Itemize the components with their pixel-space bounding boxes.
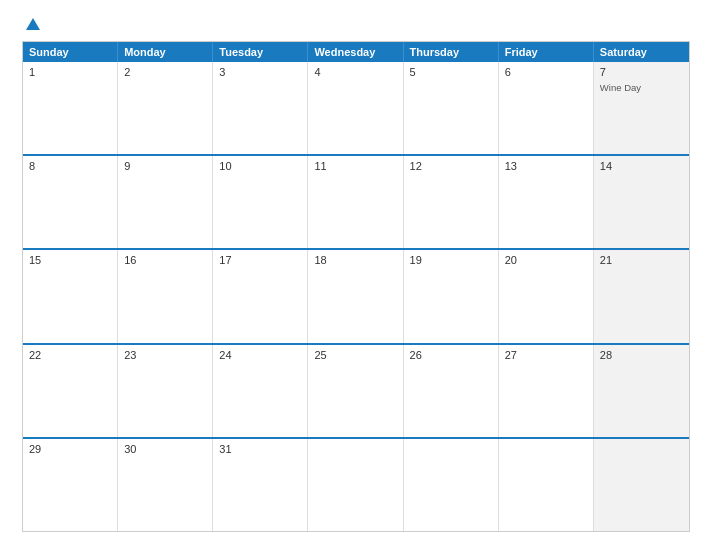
- day-number: 20: [505, 254, 587, 266]
- day-number: 2: [124, 66, 206, 78]
- day-number: 19: [410, 254, 492, 266]
- calendar-cell: [308, 439, 403, 531]
- day-number: 21: [600, 254, 683, 266]
- calendar-week-4: 22232425262728: [23, 345, 689, 439]
- day-number: 25: [314, 349, 396, 361]
- day-number: 4: [314, 66, 396, 78]
- day-number: 12: [410, 160, 492, 172]
- day-number: 17: [219, 254, 301, 266]
- logo: [22, 18, 40, 31]
- day-number: 18: [314, 254, 396, 266]
- day-number: 14: [600, 160, 683, 172]
- calendar-cell: [499, 439, 594, 531]
- header-day-tuesday: Tuesday: [213, 42, 308, 62]
- header-day-thursday: Thursday: [404, 42, 499, 62]
- calendar-cell: 3: [213, 62, 308, 154]
- header-day-friday: Friday: [499, 42, 594, 62]
- calendar-cell: 17: [213, 250, 308, 342]
- calendar-cell: 28: [594, 345, 689, 437]
- calendar-cell: [594, 439, 689, 531]
- calendar-week-3: 15161718192021: [23, 250, 689, 344]
- calendar-cell: 8: [23, 156, 118, 248]
- calendar-cell: 6: [499, 62, 594, 154]
- day-number: 28: [600, 349, 683, 361]
- calendar-cell: 19: [404, 250, 499, 342]
- calendar-cell: 9: [118, 156, 213, 248]
- calendar-header: SundayMondayTuesdayWednesdayThursdayFrid…: [23, 42, 689, 62]
- calendar-cell: 16: [118, 250, 213, 342]
- header-day-monday: Monday: [118, 42, 213, 62]
- day-number: 7: [600, 66, 683, 78]
- day-number: 6: [505, 66, 587, 78]
- calendar-cell: [404, 439, 499, 531]
- calendar-cell: 13: [499, 156, 594, 248]
- calendar-page: SundayMondayTuesdayWednesdayThursdayFrid…: [0, 0, 712, 550]
- calendar-cell: 14: [594, 156, 689, 248]
- calendar-cell: 7Wine Day: [594, 62, 689, 154]
- header-day-saturday: Saturday: [594, 42, 689, 62]
- logo-triangle-icon: [26, 18, 40, 30]
- calendar-cell: 18: [308, 250, 403, 342]
- day-number: 8: [29, 160, 111, 172]
- calendar-week-5: 293031: [23, 439, 689, 531]
- calendar-week-2: 891011121314: [23, 156, 689, 250]
- header-day-sunday: Sunday: [23, 42, 118, 62]
- calendar-cell: 1: [23, 62, 118, 154]
- day-number: 30: [124, 443, 206, 455]
- calendar-grid: SundayMondayTuesdayWednesdayThursdayFrid…: [22, 41, 690, 532]
- calendar-cell: 21: [594, 250, 689, 342]
- day-number: 13: [505, 160, 587, 172]
- logo-blue-text: [22, 18, 40, 31]
- calendar-cell: 5: [404, 62, 499, 154]
- day-number: 16: [124, 254, 206, 266]
- calendar-cell: 23: [118, 345, 213, 437]
- day-number: 11: [314, 160, 396, 172]
- day-number: 24: [219, 349, 301, 361]
- calendar-cell: 30: [118, 439, 213, 531]
- day-number: 23: [124, 349, 206, 361]
- day-number: 27: [505, 349, 587, 361]
- calendar-cell: 27: [499, 345, 594, 437]
- page-header: [22, 18, 690, 31]
- calendar-cell: 22: [23, 345, 118, 437]
- calendar-cell: 25: [308, 345, 403, 437]
- calendar-cell: 15: [23, 250, 118, 342]
- calendar-cell: 29: [23, 439, 118, 531]
- event-label: Wine Day: [600, 82, 683, 93]
- calendar-week-1: 1234567Wine Day: [23, 62, 689, 156]
- day-number: 26: [410, 349, 492, 361]
- calendar-cell: 4: [308, 62, 403, 154]
- day-number: 1: [29, 66, 111, 78]
- calendar-cell: 26: [404, 345, 499, 437]
- day-number: 5: [410, 66, 492, 78]
- day-number: 15: [29, 254, 111, 266]
- calendar-cell: 31: [213, 439, 308, 531]
- day-number: 22: [29, 349, 111, 361]
- day-number: 29: [29, 443, 111, 455]
- calendar-cell: 24: [213, 345, 308, 437]
- day-number: 10: [219, 160, 301, 172]
- day-number: 31: [219, 443, 301, 455]
- day-number: 3: [219, 66, 301, 78]
- day-number: 9: [124, 160, 206, 172]
- header-day-wednesday: Wednesday: [308, 42, 403, 62]
- calendar-cell: 11: [308, 156, 403, 248]
- calendar-cell: 12: [404, 156, 499, 248]
- calendar-body: 1234567Wine Day8910111213141516171819202…: [23, 62, 689, 531]
- calendar-cell: 20: [499, 250, 594, 342]
- calendar-cell: 10: [213, 156, 308, 248]
- calendar-cell: 2: [118, 62, 213, 154]
